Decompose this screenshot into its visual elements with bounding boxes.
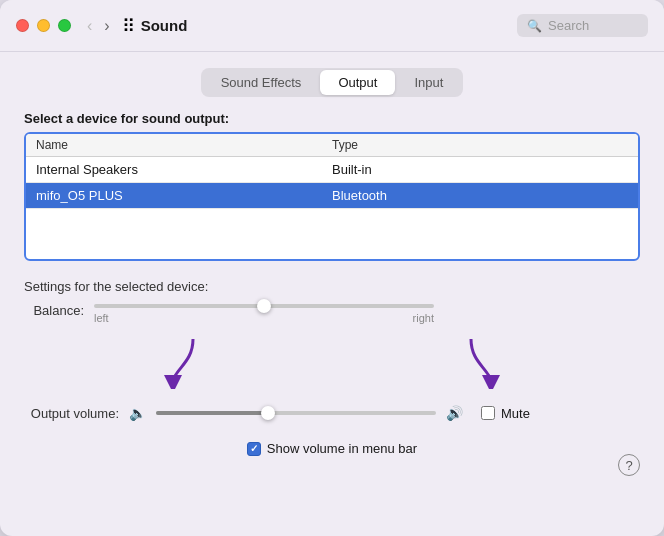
device-section-heading: Select a device for sound output: — [24, 111, 640, 126]
volume-row: Output volume: 🔈 🔊 Mute — [24, 405, 640, 421]
device-table: Name Type Internal Speakers Built-in mif… — [24, 132, 640, 261]
volume-label: Output volume: — [24, 406, 119, 421]
settings-heading: Settings for the selected device: — [24, 279, 640, 294]
help-button[interactable]: ? — [618, 454, 640, 476]
balance-slider-track[interactable] — [94, 304, 434, 308]
app-icon: ⠿ — [122, 15, 135, 37]
table-row[interactable]: Internal Speakers Built-in — [26, 157, 638, 183]
forward-button[interactable]: › — [100, 15, 113, 37]
table-empty-area — [26, 209, 638, 259]
col-type: Type — [332, 138, 628, 152]
tabs: Sound Effects Output Input — [201, 68, 464, 97]
nav-buttons: ‹ › — [83, 15, 114, 37]
table-row-selected[interactable]: mifo_O5 PLUS Bluetooth — [26, 183, 638, 209]
balance-slider-labels: left right — [94, 312, 434, 324]
minimize-button[interactable] — [37, 19, 50, 32]
tab-input[interactable]: Input — [396, 70, 461, 95]
checkbox-check-icon: ✓ — [250, 443, 258, 454]
tab-output[interactable]: Output — [320, 70, 395, 95]
device-section: Select a device for sound output: Name T… — [24, 111, 640, 261]
speaker-high-icon: 🔊 — [446, 405, 463, 421]
col-name: Name — [36, 138, 332, 152]
tab-sound-effects[interactable]: Sound Effects — [203, 70, 320, 95]
device-type-1: Built-in — [332, 162, 628, 177]
settings-section: Settings for the selected device: Balanc… — [24, 275, 640, 324]
mute-checkbox[interactable] — [481, 406, 495, 420]
device-name-1: Internal Speakers — [36, 162, 332, 177]
volume-slider-track[interactable] — [156, 411, 436, 415]
window-content-wrap: Sound Effects Output Input Select a devi… — [0, 52, 664, 536]
balance-left-label: left — [94, 312, 109, 324]
left-arrow-icon — [163, 334, 223, 389]
back-button[interactable]: ‹ — [83, 15, 96, 37]
speaker-low-icon: 🔈 — [129, 405, 146, 421]
titlebar: ‹ › ⠿ Sound 🔍 — [0, 0, 664, 52]
balance-label: Balance: — [24, 303, 84, 318]
balance-slider-container: left right — [94, 296, 434, 324]
device-name-2: mifo_O5 PLUS — [36, 188, 332, 203]
mute-label[interactable]: Mute — [501, 406, 530, 421]
volume-slider-thumb[interactable] — [261, 406, 275, 420]
balance-slider-thumb[interactable] — [257, 299, 271, 313]
main-content: Sound Effects Output Input Select a devi… — [0, 52, 664, 536]
traffic-lights — [16, 19, 71, 32]
search-icon: 🔍 — [527, 19, 542, 33]
balance-row: Balance: left right — [24, 296, 640, 324]
tabs-container: Sound Effects Output Input — [24, 68, 640, 97]
volume-slider-fill — [156, 411, 268, 415]
right-arrow-icon — [441, 334, 501, 389]
balance-right-label: right — [413, 312, 434, 324]
menubar-checkbox-box: ✓ — [247, 442, 261, 456]
menubar-label: Show volume in menu bar — [267, 441, 417, 456]
main-window: ‹ › ⠿ Sound 🔍 Sound Effects Output Input… — [0, 0, 664, 536]
menubar-row: ✓ Show volume in menu bar — [24, 441, 640, 456]
search-bar: 🔍 — [517, 14, 648, 37]
device-type-2: Bluetooth — [332, 188, 628, 203]
window-title: Sound — [141, 17, 188, 34]
close-button[interactable] — [16, 19, 29, 32]
maximize-button[interactable] — [58, 19, 71, 32]
arrows-area — [24, 334, 640, 389]
table-header: Name Type — [26, 134, 638, 157]
menubar-checkbox-container[interactable]: ✓ Show volume in menu bar — [247, 441, 417, 456]
search-input[interactable] — [548, 18, 638, 33]
mute-checkbox-container: Mute — [481, 406, 530, 421]
